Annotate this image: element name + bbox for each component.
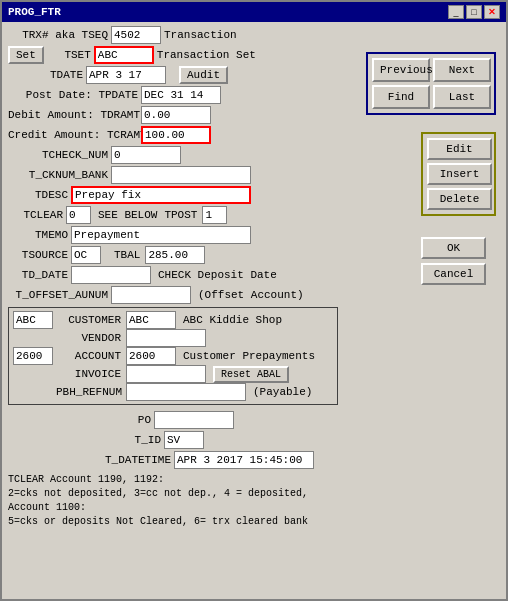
- td-date-row: TD_DATE CHECK Deposit Date: [8, 266, 338, 284]
- nav-panel: Previous Next Find Last: [366, 52, 496, 115]
- account-row: ACCOUNT Customer Prepayments: [13, 347, 333, 365]
- pbh-row: PBH_REFNUM (Payable): [13, 383, 333, 401]
- po-label: PO: [131, 414, 151, 426]
- tset-input[interactable]: [94, 46, 154, 64]
- title-bar-controls: _ □ ✕: [448, 5, 500, 19]
- delete-button[interactable]: Delete: [427, 188, 492, 210]
- tset-row: Set TSET Transaction Set: [8, 46, 338, 64]
- main-area: Previous Next Find Last Edit Insert Dele…: [2, 22, 506, 599]
- reset-abal-button[interactable]: Reset ABAL: [213, 366, 289, 383]
- tid-row: T_ID: [8, 431, 500, 449]
- account-name: Customer Prepayments: [183, 350, 315, 362]
- tcheck-input[interactable]: [111, 146, 181, 164]
- transaction-label: Transaction: [164, 29, 237, 41]
- tcknum-input[interactable]: [111, 166, 251, 184]
- customer-label: CUSTOMER: [56, 314, 121, 326]
- tcheck-label: TCHECK_NUM: [8, 149, 108, 161]
- tpost-input[interactable]: [202, 206, 227, 224]
- tclear-line1: TCLEAR Account 1190, 1192:: [8, 473, 500, 487]
- offset-row: T_OFFSET_AUNUM (Offset Account): [8, 286, 338, 304]
- debit-label: Debit Amount: TDRAMT: [8, 109, 138, 121]
- credit-row: Credit Amount: TCRAMT: [8, 126, 338, 144]
- tcknum-row: T_CKNUM_BANK: [8, 166, 338, 184]
- find-button[interactable]: Find: [372, 85, 430, 109]
- debit-input[interactable]: [141, 106, 211, 124]
- pbh-input[interactable]: [126, 383, 246, 401]
- edit-button[interactable]: Edit: [427, 138, 492, 160]
- tdesc-input[interactable]: [71, 186, 251, 204]
- main-window: PROG_FTR _ □ ✕ Previous Next Find Last E…: [0, 0, 508, 601]
- invoice-label: INVOICE: [56, 368, 121, 380]
- cancel-button[interactable]: Cancel: [421, 263, 486, 285]
- customer-input[interactable]: [126, 311, 176, 329]
- bottom-section: CUSTOMER ABC Kiddie Shop VENDOR ACCOUNT …: [8, 307, 338, 405]
- tclear-line2: 2=cks not deposited, 3=cc not dep., 4 = …: [8, 487, 500, 501]
- postdate-row: Post Date: TPDATE: [8, 86, 338, 104]
- tdatetime-label: T_DATETIME: [91, 454, 171, 466]
- account-label: ACCOUNT: [56, 350, 121, 362]
- offset-label: T_OFFSET_AUNUM: [8, 289, 108, 301]
- account-input[interactable]: [126, 347, 176, 365]
- tclear-line4: 5=cks or deposits Not Cleared, 6= trx cl…: [8, 515, 500, 529]
- tid-input[interactable]: [164, 431, 204, 449]
- tclear-line3: Account 1100:: [8, 501, 500, 515]
- credit-input[interactable]: [141, 126, 211, 144]
- po-row: PO: [8, 411, 500, 429]
- col2-input[interactable]: [13, 347, 53, 365]
- tclear-label: TCLEAR: [8, 209, 63, 221]
- maximize-button[interactable]: □: [466, 5, 482, 19]
- audit-button[interactable]: Audit: [179, 66, 228, 84]
- td-date-input[interactable]: [71, 266, 151, 284]
- td-date-label: TD_DATE: [8, 269, 68, 281]
- tsource-row: TSOURCE TBAL: [8, 246, 338, 264]
- edit-panel: Edit Insert Delete: [421, 132, 496, 216]
- close-button[interactable]: ✕: [484, 5, 500, 19]
- transaction-set-label: Transaction Set: [157, 49, 256, 61]
- ok-cancel-panel: OK Cancel: [421, 237, 496, 285]
- post-date-label: Post Date: TPDATE: [8, 89, 138, 101]
- payable-label: (Payable): [253, 386, 312, 398]
- tbal-input[interactable]: [145, 246, 205, 264]
- tsource-input[interactable]: [71, 246, 101, 264]
- title-bar: PROG_FTR _ □ ✕: [2, 2, 506, 22]
- vendor-input[interactable]: [126, 329, 206, 347]
- tdesc-label: TDESC: [8, 189, 68, 201]
- trx-input[interactable]: [111, 26, 161, 44]
- tmemo-row: TMEMO: [8, 226, 338, 244]
- form-rows: TRX# aka TSEQ Transaction Set TSET Trans…: [8, 26, 338, 304]
- tclear-input[interactable]: [66, 206, 91, 224]
- tdate-input[interactable]: [86, 66, 166, 84]
- tid-label: T_ID: [131, 434, 161, 446]
- invoice-row: INVOICE Reset ABAL: [13, 365, 333, 383]
- tcheck-row: TCHECK_NUM: [8, 146, 338, 164]
- tdatetime-row: T_DATETIME: [8, 451, 500, 469]
- invoice-input[interactable]: [126, 365, 206, 383]
- po-input[interactable]: [154, 411, 234, 429]
- last-button[interactable]: Last: [433, 85, 491, 109]
- trx-label: TRX# aka TSEQ: [8, 29, 108, 41]
- vendor-label: VENDOR: [56, 332, 121, 344]
- set-button[interactable]: Set: [8, 46, 44, 64]
- tdatetime-input[interactable]: [174, 451, 314, 469]
- credit-label: Credit Amount: TCRAMT: [8, 129, 138, 141]
- tset-label: TSET: [51, 49, 91, 61]
- ok-button[interactable]: OK: [421, 237, 486, 259]
- pbh-label: PBH_REFNUM: [56, 386, 121, 398]
- tclear-note: TCLEAR Account 1190, 1192: 2=cks not dep…: [8, 473, 500, 529]
- tmemo-input[interactable]: [71, 226, 251, 244]
- minimize-button[interactable]: _: [448, 5, 464, 19]
- col1-input[interactable]: [13, 311, 53, 329]
- trx-row: TRX# aka TSEQ Transaction: [8, 26, 338, 44]
- tmemo-label: TMEMO: [8, 229, 68, 241]
- previous-button[interactable]: Previous: [372, 58, 430, 82]
- tcknum-label: T_CKNUM_BANK: [8, 169, 108, 181]
- next-button[interactable]: Next: [433, 58, 491, 82]
- post-date-input[interactable]: [141, 86, 221, 104]
- tpost-label: TPOST: [164, 209, 197, 221]
- tdate-label: TDATE: [8, 69, 83, 81]
- window-title: PROG_FTR: [8, 6, 61, 18]
- insert-button[interactable]: Insert: [427, 163, 492, 185]
- tbal-label: TBAL: [114, 249, 140, 261]
- tsource-label: TSOURCE: [8, 249, 68, 261]
- offset-input[interactable]: [111, 286, 191, 304]
